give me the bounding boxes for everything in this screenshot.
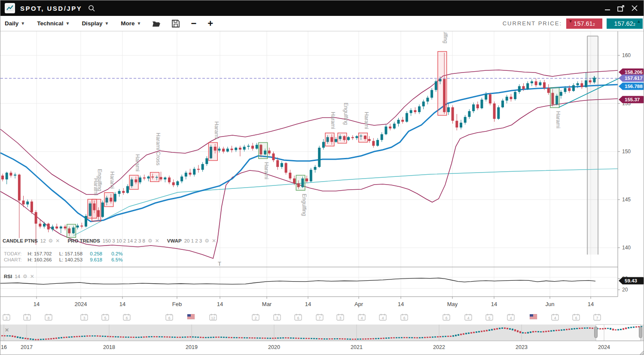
candle[interactable] xyxy=(414,107,416,114)
menu-display[interactable]: Display▼ xyxy=(82,20,109,27)
ask-price-button[interactable]: 157.622 ▲ xyxy=(607,18,643,29)
calendar-event-icon[interactable]: 3 xyxy=(81,314,88,320)
calendar-event-icon[interactable]: 4 xyxy=(507,314,514,320)
candle[interactable] xyxy=(351,135,354,140)
close-icon[interactable]: ✕ xyxy=(30,273,34,279)
calendar-event-icon[interactable]: 6 xyxy=(573,314,580,320)
candle[interactable] xyxy=(389,124,391,130)
candle[interactable] xyxy=(281,161,283,169)
pattern-box-bull[interactable] xyxy=(296,175,305,190)
open-folder-icon[interactable] xyxy=(152,20,161,27)
calendar-event-icon[interactable]: 3 xyxy=(3,314,10,320)
price-tag[interactable]: 156.788 xyxy=(619,83,644,90)
candle[interactable] xyxy=(189,169,192,176)
candle[interactable] xyxy=(168,176,171,184)
candle[interactable] xyxy=(172,179,175,187)
candle[interactable] xyxy=(539,80,541,86)
candle[interactable] xyxy=(460,120,462,129)
candle[interactable] xyxy=(464,115,467,124)
candle[interactable] xyxy=(468,109,470,118)
candle[interactable] xyxy=(376,138,379,147)
candle[interactable] xyxy=(43,222,46,229)
zoom-out-button[interactable]: − xyxy=(191,19,196,28)
gear-icon[interactable]: ⚙ xyxy=(148,238,153,244)
calendar-event-icon[interactable]: 8 xyxy=(24,314,31,320)
navigator[interactable]: ✕1620172018201920202021202220232024 xyxy=(0,325,644,350)
candle[interactable] xyxy=(289,170,291,181)
menu-timeframe[interactable]: Daily▼ xyxy=(5,20,25,27)
calendar-event-icon[interactable]: 4 xyxy=(358,314,365,320)
candle[interactable] xyxy=(143,175,146,180)
candle[interactable] xyxy=(180,175,183,183)
candle[interactable] xyxy=(430,88,433,100)
candle[interactable] xyxy=(447,103,450,115)
price-tag[interactable]: 155.37 xyxy=(619,96,644,103)
candle[interactable] xyxy=(243,145,246,152)
gear-icon[interactable]: ⚙ xyxy=(204,238,209,244)
close-icon[interactable]: ✕ xyxy=(212,238,216,244)
calendar-event-icon[interactable]: 7 xyxy=(316,314,323,320)
candle[interactable] xyxy=(368,136,371,143)
candle[interactable] xyxy=(506,95,508,103)
price-tag[interactable]: 157.617 xyxy=(619,75,644,82)
candle[interactable] xyxy=(60,225,62,233)
pattern-box-bull[interactable] xyxy=(550,88,559,107)
close-window-button[interactable] xyxy=(632,5,638,11)
calendar-event-icon[interactable]: 3 xyxy=(274,314,281,320)
us-flag-icon[interactable] xyxy=(530,314,537,319)
candle[interactable] xyxy=(580,80,583,89)
chart-canvas[interactable]: HaramiEngulfingHaramiHaramiHarami CrossH… xyxy=(0,0,644,355)
calendar-event-icon[interactable]: 8 xyxy=(45,314,52,320)
candle[interactable] xyxy=(64,225,67,230)
vwap-anchor-marker[interactable]: T xyxy=(218,261,221,267)
resize-grip[interactable] xyxy=(640,351,644,355)
calendar-event-icon[interactable]: 6 xyxy=(443,314,450,320)
candle[interactable] xyxy=(51,225,54,231)
candle[interactable] xyxy=(197,165,200,173)
candle[interactable] xyxy=(26,200,29,207)
candle[interactable] xyxy=(526,81,529,90)
candle[interactable] xyxy=(247,144,250,149)
candle[interactable] xyxy=(164,176,166,182)
menu-more[interactable]: More▼ xyxy=(121,20,141,27)
candle[interactable] xyxy=(39,220,41,228)
calendar-event-icon[interactable]: 6 xyxy=(401,314,408,320)
candle[interactable] xyxy=(497,105,500,120)
candle[interactable] xyxy=(305,176,308,183)
candle[interactable] xyxy=(101,200,104,218)
candle[interactable] xyxy=(160,172,162,181)
candle[interactable] xyxy=(401,117,404,124)
price-panel[interactable]: HaramiEngulfingHaramiHaramiHarami CrossH… xyxy=(0,21,620,258)
candle[interactable] xyxy=(272,152,275,162)
candle[interactable] xyxy=(318,146,320,168)
candle[interactable] xyxy=(493,102,496,122)
candle[interactable] xyxy=(251,143,254,151)
candle[interactable] xyxy=(322,139,325,150)
candle[interactable] xyxy=(256,143,258,150)
bid-price-button[interactable]: ▼ 157.612 xyxy=(566,18,602,29)
candle[interactable] xyxy=(547,84,550,95)
candle[interactable] xyxy=(201,162,204,172)
pattern-box-bear[interactable] xyxy=(129,175,138,189)
candle[interactable] xyxy=(118,189,121,197)
candle[interactable] xyxy=(314,165,317,173)
candle[interactable] xyxy=(9,171,12,178)
us-flag-icon[interactable] xyxy=(187,314,195,319)
candle[interactable] xyxy=(452,105,454,124)
navigator-close-button[interactable]: ✕ xyxy=(5,327,9,333)
candle[interactable] xyxy=(126,184,129,194)
gear-icon[interactable]: ⚙ xyxy=(49,238,53,244)
pattern-box-bear[interactable] xyxy=(338,133,347,143)
candle[interactable] xyxy=(147,176,150,181)
candle[interactable] xyxy=(193,167,195,176)
navigator-handle-right[interactable] xyxy=(639,327,642,338)
calendar-event-icon[interactable]: 4 xyxy=(379,314,386,320)
calendar-event-icon[interactable]: 4 xyxy=(465,314,472,320)
candle[interactable] xyxy=(185,171,187,179)
pattern-box-bear[interactable] xyxy=(104,193,113,207)
candle[interactable] xyxy=(410,108,412,116)
candle[interactable] xyxy=(393,122,396,130)
candle[interactable] xyxy=(501,99,504,108)
candle[interactable] xyxy=(510,94,512,102)
calendar-event-icon[interactable]: 3 xyxy=(337,314,344,320)
